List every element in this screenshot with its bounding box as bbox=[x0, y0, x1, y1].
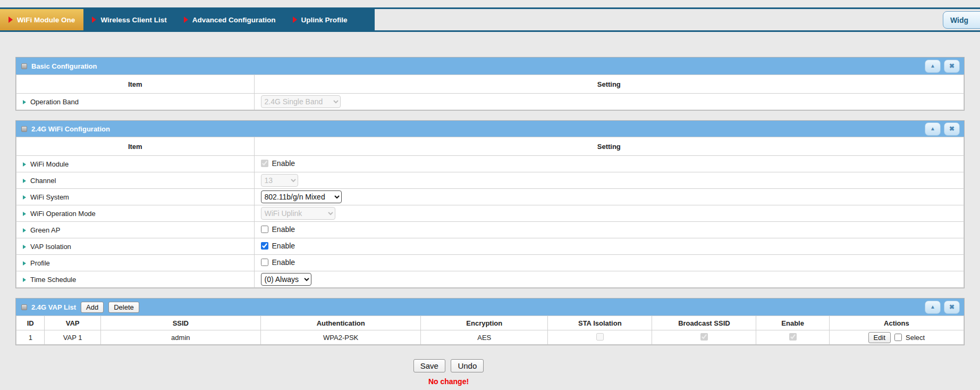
column-header-encryption: Encryption bbox=[421, 316, 548, 330]
row-label: VAP Isolation bbox=[30, 243, 71, 251]
green-ap-enable-checkbox[interactable] bbox=[261, 226, 268, 233]
tab-arrow-icon bbox=[184, 16, 188, 23]
window-icon bbox=[21, 63, 27, 69]
column-header-setting: Setting bbox=[254, 75, 964, 94]
tab-arrow-icon bbox=[92, 16, 96, 23]
table-row-profile: Profile Enable bbox=[16, 255, 964, 271]
table-row-channel: Channel 13 bbox=[16, 172, 964, 189]
column-header-broadcast-ssid: Broadcast SSID bbox=[652, 316, 756, 330]
column-header-ssid: SSID bbox=[100, 316, 260, 330]
row-label: WiFi System bbox=[30, 193, 69, 201]
top-margin bbox=[0, 0, 980, 7]
sta-isolation-checkbox bbox=[596, 333, 604, 341]
column-header-item: Item bbox=[16, 75, 255, 94]
footer-actions: Save Undo No change! bbox=[0, 359, 923, 386]
select-checkbox[interactable] bbox=[894, 334, 902, 341]
row-label: Channel bbox=[30, 177, 56, 185]
column-header-enable: Enable bbox=[756, 316, 829, 330]
cell-broadcast-ssid bbox=[652, 330, 756, 345]
close-icon: ✖ bbox=[949, 304, 954, 310]
row-label: Profile bbox=[30, 259, 50, 267]
widget-button[interactable]: Widg bbox=[943, 11, 980, 29]
close-icon: ✖ bbox=[949, 63, 954, 69]
collapse-button[interactable]: ▲ bbox=[925, 60, 941, 73]
column-header-id: ID bbox=[16, 316, 45, 330]
row-arrow-icon bbox=[23, 195, 26, 200]
operation-band-select: 2.4G Single Band bbox=[261, 95, 341, 108]
select-label: Select bbox=[906, 334, 925, 342]
tab-arrow-icon bbox=[9, 16, 13, 23]
status-message: No change! bbox=[0, 377, 923, 386]
basic-configuration-header: Basic Configuration ▲ ✖ bbox=[16, 57, 964, 74]
row-label: Operation Band bbox=[30, 98, 79, 106]
table-row-vap-isolation: VAP Isolation Enable bbox=[16, 238, 964, 255]
row-arrow-icon bbox=[23, 162, 26, 167]
close-button[interactable]: ✖ bbox=[944, 122, 960, 136]
add-button[interactable]: Add bbox=[81, 302, 104, 313]
table-row-green-ap: Green AP Enable bbox=[16, 222, 964, 238]
tab-wireless-client-list[interactable]: Wireless Client List bbox=[83, 9, 175, 30]
window-icon bbox=[21, 304, 27, 310]
column-header-vap: VAP bbox=[45, 316, 100, 330]
profile-enable-checkbox[interactable] bbox=[261, 259, 268, 266]
tab-label: Uplink Profile bbox=[301, 16, 348, 24]
close-button[interactable]: ✖ bbox=[944, 60, 960, 73]
tab-label: Wireless Client List bbox=[100, 16, 166, 24]
close-button[interactable]: ✖ bbox=[944, 301, 960, 314]
time-schedule-select[interactable]: (0) Always bbox=[261, 273, 311, 286]
cell-enable bbox=[756, 330, 829, 345]
vap-enable-checkbox bbox=[789, 333, 797, 341]
vap-isolation-enable-checkbox[interactable] bbox=[261, 242, 268, 250]
column-header-actions: Actions bbox=[829, 316, 964, 330]
row-arrow-icon bbox=[23, 100, 26, 104]
window-icon bbox=[21, 126, 27, 132]
cell-id: 1 bbox=[16, 330, 45, 345]
collapse-icon: ▲ bbox=[930, 304, 935, 310]
table-row-wifi-module: WiFi Module Enable bbox=[16, 156, 964, 172]
wifi-module-enable-checkbox bbox=[261, 160, 268, 167]
checkbox-label: Enable bbox=[272, 258, 295, 267]
collapse-button[interactable]: ▲ bbox=[925, 301, 941, 314]
tab-label: Advanced Configuration bbox=[192, 16, 276, 24]
vap-list-header: 2.4G VAP List Add Delete ▲ ✖ bbox=[16, 298, 964, 316]
broadcast-ssid-checkbox bbox=[700, 333, 708, 341]
green-ap-enable-field: Enable bbox=[261, 225, 295, 234]
collapse-button[interactable]: ▲ bbox=[925, 122, 941, 136]
vap-list-table: ID VAP SSID Authentication Encryption ST… bbox=[16, 316, 964, 345]
cell-sta-isolation bbox=[548, 330, 652, 345]
column-header-setting: Setting bbox=[254, 137, 964, 156]
column-header-item: Item bbox=[16, 137, 255, 156]
cell-encryption: AES bbox=[421, 330, 548, 345]
save-button[interactable]: Save bbox=[413, 359, 445, 372]
cell-ssid: admin bbox=[100, 330, 260, 345]
main-content: Basic Configuration ▲ ✖ Item Setting Ope… bbox=[0, 32, 980, 386]
undo-button[interactable]: Undo bbox=[451, 359, 484, 372]
tab-wifi-module-one[interactable]: WiFi Module One bbox=[0, 9, 83, 30]
collapse-icon: ▲ bbox=[930, 126, 935, 131]
basic-configuration-section: Basic Configuration ▲ ✖ Item Setting Ope… bbox=[15, 57, 965, 111]
delete-button[interactable]: Delete bbox=[108, 302, 139, 313]
tab-label: WiFi Module One bbox=[17, 16, 75, 24]
row-label: Time Schedule bbox=[30, 276, 76, 284]
wifi-configuration-header: 2.4G WiFi Configuration ▲ ✖ bbox=[16, 121, 964, 137]
checkbox-label: Enable bbox=[272, 225, 295, 234]
cell-authentication: WPA2-PSK bbox=[260, 330, 420, 345]
basic-configuration-table: Item Setting Operation Band 2.4G Single … bbox=[16, 74, 964, 110]
select-field: Select bbox=[894, 334, 925, 342]
row-label: WiFi Operation Mode bbox=[30, 210, 96, 218]
row-arrow-icon bbox=[23, 212, 26, 216]
tab-advanced-configuration[interactable]: Advanced Configuration bbox=[175, 9, 284, 30]
vap-table-header-row: ID VAP SSID Authentication Encryption ST… bbox=[16, 316, 964, 330]
row-arrow-icon bbox=[23, 278, 26, 282]
wifi-module-enable-field: Enable bbox=[261, 159, 295, 168]
channel-select: 13 bbox=[261, 174, 298, 187]
cell-vap: VAP 1 bbox=[45, 330, 100, 345]
column-header-sta-isolation: STA Isolation bbox=[548, 316, 652, 330]
wifi-system-select[interactable]: 802.11b/g/n Mixed bbox=[261, 190, 342, 203]
row-arrow-icon bbox=[23, 228, 26, 233]
tab-uplink-profile[interactable]: Uplink Profile bbox=[284, 9, 356, 30]
wifi-configuration-table: Item Setting WiFi Module Enable Channel … bbox=[16, 137, 964, 288]
row-label: Green AP bbox=[30, 226, 60, 234]
edit-button[interactable]: Edit bbox=[868, 332, 891, 343]
row-arrow-icon bbox=[23, 245, 26, 249]
